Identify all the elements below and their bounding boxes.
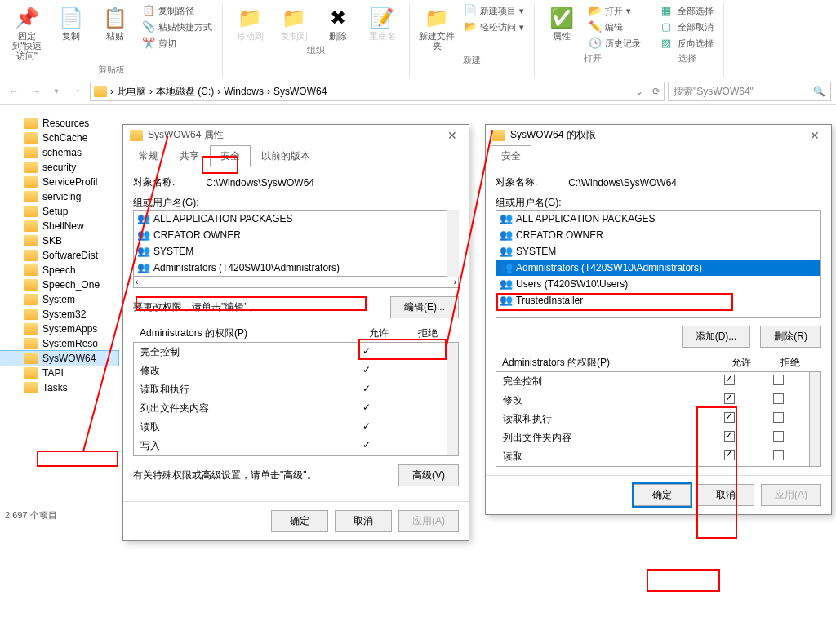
- organize-group-label: 组织: [307, 44, 325, 56]
- delete-button[interactable]: ✖删除: [318, 3, 358, 42]
- scrollbar[interactable]: [447, 210, 459, 277]
- tab-share[interactable]: 共享: [169, 145, 210, 167]
- close-button[interactable]: ✕: [442, 129, 462, 142]
- history-button[interactable]: 🕓历史记录: [585, 36, 644, 51]
- dropdown-icon[interactable]: ⌄: [635, 86, 643, 97]
- tree-item[interactable]: SchCache: [0, 131, 118, 145]
- scrollbar[interactable]: [447, 342, 459, 456]
- breadcrumb-item[interactable]: SysWOW64: [273, 86, 327, 97]
- recent-button[interactable]: ▼: [47, 82, 65, 100]
- tree-item[interactable]: SoftwareDist: [0, 248, 118, 263]
- open-button[interactable]: 📂打开 ▾: [585, 3, 644, 18]
- perm-row: 列出文件夹内容✓: [134, 399, 447, 418]
- permissions-list: 完全控制✓修改✓读取和执行✓列出文件夹内容✓读取✓写入✓: [133, 342, 447, 456]
- folder-copy-icon: 📁: [281, 5, 307, 31]
- tree-item[interactable]: security: [0, 160, 118, 175]
- invert-button[interactable]: ▨反向选择: [658, 36, 717, 51]
- pin-button[interactable]: 📌固定到"快速访问": [7, 3, 47, 62]
- breadcrumb-item[interactable]: 此电脑 ›: [117, 85, 153, 99]
- cancel-button[interactable]: 取消: [335, 510, 392, 532]
- list-item[interactable]: 👥SYSTEM: [496, 243, 820, 260]
- folder-icon: [24, 206, 38, 217]
- allow-checkbox[interactable]: [724, 412, 735, 423]
- tab-security[interactable]: 安全: [491, 145, 531, 167]
- copy-to-button[interactable]: 📁复制到: [273, 3, 314, 42]
- close-button[interactable]: ✕: [805, 129, 825, 142]
- allow-checkbox[interactable]: [724, 375, 735, 385]
- deny-checkbox[interactable]: [773, 450, 784, 460]
- tree-item[interactable]: SysWOW64: [0, 351, 118, 366]
- cancel-button[interactable]: 取消: [697, 484, 754, 506]
- groups-listbox[interactable]: 👥ALL APPLICATION PACKAGES👥CREATOR OWNER👥…: [496, 210, 821, 318]
- tree-item[interactable]: TAPI: [0, 366, 118, 380]
- add-button[interactable]: 添加(D)...: [682, 326, 751, 348]
- search-input[interactable]: 搜索"SysWOW64"🔍: [668, 82, 831, 101]
- allow-checkbox[interactable]: [724, 393, 735, 404]
- easy-access-button[interactable]: 📂轻松访问 ▾: [460, 20, 527, 34]
- ok-button[interactable]: 确定: [634, 484, 691, 506]
- move-to-button[interactable]: 📁移动到: [229, 3, 270, 42]
- tree-item[interactable]: Speech_One: [0, 278, 118, 292]
- list-item[interactable]: 👥CREATOR OWNER: [134, 227, 447, 243]
- groups-listbox[interactable]: 👥ALL APPLICATION PACKAGES👥CREATOR OWNER👥…: [133, 210, 447, 277]
- advanced-button[interactable]: 高级(V): [398, 464, 459, 486]
- list-item[interactable]: 👥TrustedInstaller: [496, 292, 820, 309]
- deny-checkbox[interactable]: [773, 431, 784, 442]
- ok-button[interactable]: 确定: [271, 510, 328, 532]
- list-item[interactable]: 👥ALL APPLICATION PACKAGES: [134, 211, 447, 227]
- cut-button[interactable]: ✂️剪切: [139, 36, 216, 51]
- allow-header: 允许: [717, 356, 766, 370]
- list-item[interactable]: 👥CREATOR OWNER: [496, 227, 820, 243]
- horiz-scrollbar[interactable]: ‹›: [133, 277, 459, 288]
- tree-item[interactable]: System: [0, 292, 118, 307]
- tree-item[interactable]: SystemReso: [0, 336, 118, 351]
- new-folder-button[interactable]: 📁新建文件夹: [416, 3, 457, 52]
- back-button[interactable]: ←: [5, 82, 23, 100]
- refresh-icon[interactable]: ⟳: [647, 86, 660, 97]
- path-box[interactable]: › 此电脑 › 本地磁盘 (C:) › Windows › SysWOW64 ⌄…: [90, 82, 665, 101]
- copy-button[interactable]: 📄复制: [51, 3, 91, 42]
- deny-checkbox[interactable]: [773, 412, 784, 423]
- list-item[interactable]: 👥Administrators (T420SW10\Administrators…: [496, 260, 820, 276]
- tree-item[interactable]: SystemApps: [0, 322, 118, 336]
- deny-checkbox[interactable]: [773, 375, 784, 385]
- forward-button[interactable]: →: [26, 82, 44, 100]
- object-path: C:\Windows\SysWOW64: [568, 177, 677, 189]
- breadcrumb-item[interactable]: 本地磁盘 (C:) ›: [156, 85, 220, 99]
- tree-item[interactable]: Setup: [0, 204, 118, 219]
- select-none-button[interactable]: ▢全部取消: [658, 20, 717, 34]
- tab-prev[interactable]: 以前的版本: [251, 145, 321, 167]
- folder-icon: [24, 294, 38, 305]
- scrollbar[interactable]: [810, 371, 821, 467]
- up-button[interactable]: ↑: [69, 82, 87, 100]
- tab-security[interactable]: 安全: [210, 145, 251, 167]
- remove-button[interactable]: 删除(R): [760, 326, 821, 348]
- list-item[interactable]: 👥Administrators (T420SW10\Administrators…: [134, 260, 447, 276]
- list-item[interactable]: 👥SYSTEM: [134, 243, 447, 260]
- paste-button[interactable]: 📋粘贴: [95, 3, 136, 42]
- allow-checkbox[interactable]: [724, 431, 735, 442]
- edit-button[interactable]: 编辑(E)...: [390, 296, 459, 318]
- tree-item[interactable]: SKB: [0, 233, 118, 248]
- edit-button[interactable]: ✏️编辑: [585, 20, 644, 34]
- properties-button[interactable]: ✅属性: [541, 3, 582, 42]
- breadcrumb-item[interactable]: Windows ›: [224, 86, 270, 97]
- new-item-button[interactable]: 📄新建项目 ▾: [460, 3, 527, 18]
- tree-item[interactable]: Resources: [0, 116, 118, 131]
- tree-item[interactable]: servicing: [0, 189, 118, 204]
- tree-item[interactable]: Speech: [0, 263, 118, 278]
- tree-item[interactable]: ServiceProfil: [0, 175, 118, 189]
- select-all-button[interactable]: ▦全部选择: [658, 3, 717, 18]
- deny-checkbox[interactable]: [773, 393, 784, 404]
- apply-button[interactable]: 应用(A): [398, 510, 459, 532]
- allow-checkbox[interactable]: [724, 450, 735, 460]
- list-item[interactable]: 👥Users (T420SW10\Users): [496, 276, 820, 292]
- rename-button[interactable]: 📝重命名: [362, 3, 402, 42]
- tree-item[interactable]: System32: [0, 307, 118, 322]
- list-item[interactable]: 👥ALL APPLICATION PACKAGES: [496, 211, 820, 227]
- paste-shortcut-button[interactable]: 📎粘贴快捷方式: [139, 20, 216, 34]
- copy-path-button[interactable]: 📋复制路径: [139, 3, 216, 18]
- tree-item[interactable]: ShellNew: [0, 219, 118, 233]
- apply-button[interactable]: 应用(A): [761, 484, 821, 506]
- tree-item[interactable]: schemas: [0, 145, 118, 160]
